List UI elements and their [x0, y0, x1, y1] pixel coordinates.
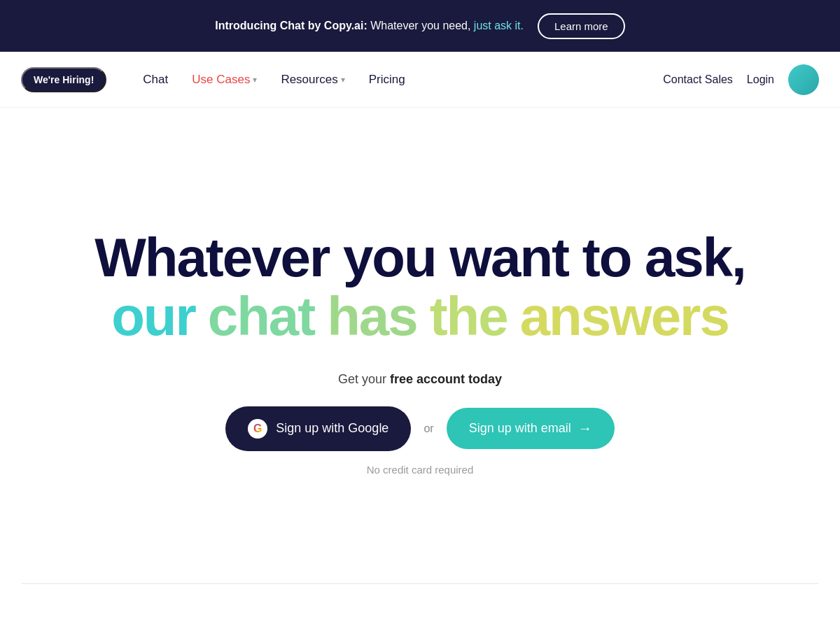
google-icon: G [248, 419, 267, 439]
or-separator: or [424, 422, 433, 435]
banner-text: Introducing Chat by Copy.ai: Whatever yo… [215, 20, 524, 32]
banner-main: Whatever you need, [370, 20, 474, 31]
nav-item-pricing[interactable]: Pricing [360, 67, 414, 92]
hero-title-line2: our chat has the answers [111, 287, 729, 347]
hero-subtitle: Get your free account today [338, 372, 502, 387]
sign-up-google-button[interactable]: G Sign up with Google [225, 406, 411, 451]
nav-right: Contact Sales Login [663, 64, 819, 95]
hero-word-our: our [111, 287, 195, 347]
hero-word-chat: chat [208, 287, 314, 347]
nav-item-chat[interactable]: Chat [134, 67, 176, 92]
banner-learn-more-button[interactable]: Learn more [538, 13, 625, 39]
nav-item-use-cases[interactable]: Use Cases ▾ [183, 67, 265, 92]
login-link[interactable]: Login [747, 73, 774, 86]
email-button-label: Sign up with email [469, 421, 571, 436]
hero-section: Whatever you want to ask, our chat has t… [0, 108, 840, 583]
arrow-icon: → [578, 420, 592, 436]
subtitle-prefix: Get your [338, 372, 390, 386]
banner-highlight: just ask it. [474, 20, 524, 31]
navbar: We're Hiring! Chat Use Cases ▾ Resources… [0, 52, 840, 108]
hero-title-line1: Whatever you want to ask, [94, 229, 746, 287]
no-credit-card-text: No credit card required [367, 464, 474, 476]
use-cases-chevron-icon: ▾ [253, 75, 257, 85]
contact-sales-link[interactable]: Contact Sales [663, 73, 733, 86]
banner-intro: Introducing Chat by Copy.ai: [215, 20, 367, 31]
nav-use-cases-label: Use Cases [192, 73, 250, 87]
nav-resources-label: Resources [281, 73, 337, 87]
subtitle-bold: free account today [390, 372, 502, 386]
nav-chat-label: Chat [143, 73, 168, 87]
bottom-divider [21, 583, 819, 584]
we-are-hiring-button[interactable]: We're Hiring! [21, 67, 106, 92]
resources-chevron-icon: ▾ [341, 75, 345, 85]
sign-up-email-button[interactable]: Sign up with email → [447, 408, 615, 449]
nav-pricing-label: Pricing [369, 73, 405, 87]
avatar[interactable] [788, 64, 819, 95]
google-button-label: Sign up with Google [276, 421, 388, 436]
nav-links: Chat Use Cases ▾ Resources ▾ Pricing [134, 67, 663, 92]
nav-item-resources[interactable]: Resources ▾ [272, 67, 353, 92]
announcement-banner: Introducing Chat by Copy.ai: Whatever yo… [0, 0, 840, 52]
hero-buttons: G Sign up with Google or Sign up with em… [225, 406, 614, 451]
hero-word-has: has [327, 287, 416, 347]
hero-word-the: the [430, 287, 507, 347]
hero-word-answers: answers [520, 287, 729, 347]
